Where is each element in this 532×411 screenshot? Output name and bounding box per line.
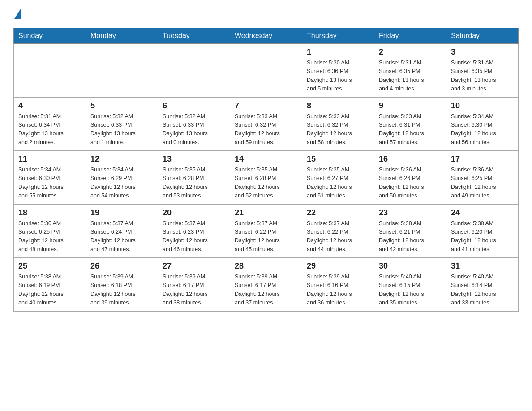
calendar-cell: 20Sunrise: 5:37 AM Sunset: 6:23 PM Dayli…: [158, 204, 230, 258]
weekday-header-wednesday: Wednesday: [230, 28, 302, 44]
day-info: Sunrise: 5:37 AM Sunset: 6:22 PM Dayligh…: [307, 219, 369, 254]
day-info: Sunrise: 5:38 AM Sunset: 6:19 PM Dayligh…: [18, 273, 81, 308]
calendar-table: SundayMondayTuesdayWednesdayThursdayFrid…: [13, 28, 519, 312]
day-info: Sunrise: 5:32 AM Sunset: 6:33 PM Dayligh…: [163, 112, 225, 147]
week-row-5: 25Sunrise: 5:38 AM Sunset: 6:19 PM Dayli…: [14, 258, 519, 312]
day-number: 7: [235, 101, 297, 111]
day-info: Sunrise: 5:40 AM Sunset: 6:15 PM Dayligh…: [379, 273, 442, 308]
week-row-2: 4Sunrise: 5:31 AM Sunset: 6:34 PM Daylig…: [14, 97, 519, 151]
week-row-3: 11Sunrise: 5:34 AM Sunset: 6:30 PM Dayli…: [14, 151, 519, 205]
calendar-cell: 13Sunrise: 5:35 AM Sunset: 6:28 PM Dayli…: [158, 151, 230, 205]
day-info: Sunrise: 5:38 AM Sunset: 6:21 PM Dayligh…: [379, 219, 442, 254]
day-info: Sunrise: 5:39 AM Sunset: 6:16 PM Dayligh…: [307, 273, 369, 308]
day-number: 16: [379, 154, 442, 164]
weekday-header-saturday: Saturday: [446, 28, 519, 44]
day-number: 29: [307, 261, 369, 271]
day-number: 3: [451, 47, 514, 57]
day-info: Sunrise: 5:33 AM Sunset: 6:32 PM Dayligh…: [307, 112, 369, 147]
day-number: 15: [307, 154, 369, 164]
day-number: 21: [235, 208, 297, 218]
calendar-cell: 17Sunrise: 5:36 AM Sunset: 6:25 PM Dayli…: [446, 151, 519, 205]
day-number: 25: [18, 261, 81, 271]
day-number: 17: [451, 154, 514, 164]
day-info: Sunrise: 5:34 AM Sunset: 6:30 PM Dayligh…: [451, 112, 514, 147]
calendar-cell: 31Sunrise: 5:40 AM Sunset: 6:14 PM Dayli…: [446, 258, 519, 312]
day-number: 1: [307, 47, 369, 57]
page-header: [13, 9, 519, 19]
logo-triangle-icon: [14, 9, 21, 19]
calendar-cell: 2Sunrise: 5:31 AM Sunset: 6:35 PM Daylig…: [374, 44, 446, 98]
day-info: Sunrise: 5:32 AM Sunset: 6:33 PM Dayligh…: [90, 112, 153, 147]
weekday-header-monday: Monday: [86, 28, 158, 44]
day-info: Sunrise: 5:31 AM Sunset: 6:34 PM Dayligh…: [18, 112, 81, 147]
calendar-cell: 16Sunrise: 5:36 AM Sunset: 6:26 PM Dayli…: [374, 151, 446, 205]
calendar-cell: 10Sunrise: 5:34 AM Sunset: 6:30 PM Dayli…: [446, 97, 519, 151]
day-number: 4: [18, 101, 81, 111]
day-info: Sunrise: 5:35 AM Sunset: 6:28 PM Dayligh…: [163, 166, 225, 201]
calendar-cell: 8Sunrise: 5:33 AM Sunset: 6:32 PM Daylig…: [302, 97, 374, 151]
calendar-cell: 19Sunrise: 5:37 AM Sunset: 6:24 PM Dayli…: [86, 204, 158, 258]
day-info: Sunrise: 5:36 AM Sunset: 6:25 PM Dayligh…: [18, 219, 81, 254]
day-number: 31: [451, 261, 514, 271]
calendar-cell: 24Sunrise: 5:38 AM Sunset: 6:20 PM Dayli…: [446, 204, 519, 258]
day-number: 26: [90, 261, 153, 271]
day-number: 11: [18, 154, 81, 164]
day-number: 30: [379, 261, 442, 271]
day-number: 5: [90, 101, 153, 111]
calendar-cell: 11Sunrise: 5:34 AM Sunset: 6:30 PM Dayli…: [14, 151, 86, 205]
day-number: 13: [163, 154, 225, 164]
week-row-1: 1Sunrise: 5:30 AM Sunset: 6:36 PM Daylig…: [14, 44, 519, 98]
day-info: Sunrise: 5:39 AM Sunset: 6:17 PM Dayligh…: [163, 273, 225, 308]
day-number: 14: [235, 154, 297, 164]
weekday-header-friday: Friday: [374, 28, 446, 44]
day-info: Sunrise: 5:40 AM Sunset: 6:14 PM Dayligh…: [451, 273, 514, 308]
day-number: 6: [163, 101, 225, 111]
day-number: 18: [18, 208, 81, 218]
day-info: Sunrise: 5:35 AM Sunset: 6:28 PM Dayligh…: [235, 166, 297, 201]
day-number: 24: [451, 208, 514, 218]
calendar-cell: 23Sunrise: 5:38 AM Sunset: 6:21 PM Dayli…: [374, 204, 446, 258]
logo: [13, 9, 21, 19]
day-info: Sunrise: 5:36 AM Sunset: 6:25 PM Dayligh…: [451, 166, 514, 201]
day-number: 2: [379, 47, 442, 57]
day-info: Sunrise: 5:37 AM Sunset: 6:22 PM Dayligh…: [235, 219, 297, 254]
calendar-cell: [230, 44, 302, 98]
calendar-cell: 1Sunrise: 5:30 AM Sunset: 6:36 PM Daylig…: [302, 44, 374, 98]
day-number: 9: [379, 101, 442, 111]
calendar-cell: 18Sunrise: 5:36 AM Sunset: 6:25 PM Dayli…: [14, 204, 86, 258]
calendar-cell: 7Sunrise: 5:33 AM Sunset: 6:32 PM Daylig…: [230, 97, 302, 151]
weekday-header-row: SundayMondayTuesdayWednesdayThursdayFrid…: [14, 28, 519, 44]
day-info: Sunrise: 5:33 AM Sunset: 6:32 PM Dayligh…: [235, 112, 297, 147]
weekday-header-sunday: Sunday: [14, 28, 86, 44]
calendar-cell: 22Sunrise: 5:37 AM Sunset: 6:22 PM Dayli…: [302, 204, 374, 258]
day-info: Sunrise: 5:33 AM Sunset: 6:31 PM Dayligh…: [379, 112, 442, 147]
calendar-cell: 21Sunrise: 5:37 AM Sunset: 6:22 PM Dayli…: [230, 204, 302, 258]
day-number: 8: [307, 101, 369, 111]
calendar-cell: 15Sunrise: 5:35 AM Sunset: 6:27 PM Dayli…: [302, 151, 374, 205]
day-info: Sunrise: 5:36 AM Sunset: 6:26 PM Dayligh…: [379, 166, 442, 201]
day-info: Sunrise: 5:34 AM Sunset: 6:29 PM Dayligh…: [90, 166, 153, 201]
day-number: 19: [90, 208, 153, 218]
day-info: Sunrise: 5:38 AM Sunset: 6:20 PM Dayligh…: [451, 219, 514, 254]
calendar-cell: 25Sunrise: 5:38 AM Sunset: 6:19 PM Dayli…: [14, 258, 86, 312]
weekday-header-tuesday: Tuesday: [158, 28, 230, 44]
calendar-cell: [158, 44, 230, 98]
day-number: 28: [235, 261, 297, 271]
day-info: Sunrise: 5:37 AM Sunset: 6:24 PM Dayligh…: [90, 219, 153, 254]
calendar-cell: 3Sunrise: 5:31 AM Sunset: 6:35 PM Daylig…: [446, 44, 519, 98]
day-info: Sunrise: 5:31 AM Sunset: 6:35 PM Dayligh…: [451, 59, 514, 94]
day-info: Sunrise: 5:37 AM Sunset: 6:23 PM Dayligh…: [163, 219, 225, 254]
day-info: Sunrise: 5:35 AM Sunset: 6:27 PM Dayligh…: [307, 166, 369, 201]
calendar-cell: 14Sunrise: 5:35 AM Sunset: 6:28 PM Dayli…: [230, 151, 302, 205]
calendar-cell: 29Sunrise: 5:39 AM Sunset: 6:16 PM Dayli…: [302, 258, 374, 312]
calendar-cell: 27Sunrise: 5:39 AM Sunset: 6:17 PM Dayli…: [158, 258, 230, 312]
calendar-cell: [14, 44, 86, 98]
day-info: Sunrise: 5:39 AM Sunset: 6:17 PM Dayligh…: [235, 273, 297, 308]
weekday-header-thursday: Thursday: [302, 28, 374, 44]
day-info: Sunrise: 5:34 AM Sunset: 6:30 PM Dayligh…: [18, 166, 81, 201]
calendar-cell: [86, 44, 158, 98]
day-number: 27: [163, 261, 225, 271]
calendar-cell: 12Sunrise: 5:34 AM Sunset: 6:29 PM Dayli…: [86, 151, 158, 205]
calendar-cell: 26Sunrise: 5:39 AM Sunset: 6:18 PM Dayli…: [86, 258, 158, 312]
day-info: Sunrise: 5:31 AM Sunset: 6:35 PM Dayligh…: [379, 59, 442, 94]
